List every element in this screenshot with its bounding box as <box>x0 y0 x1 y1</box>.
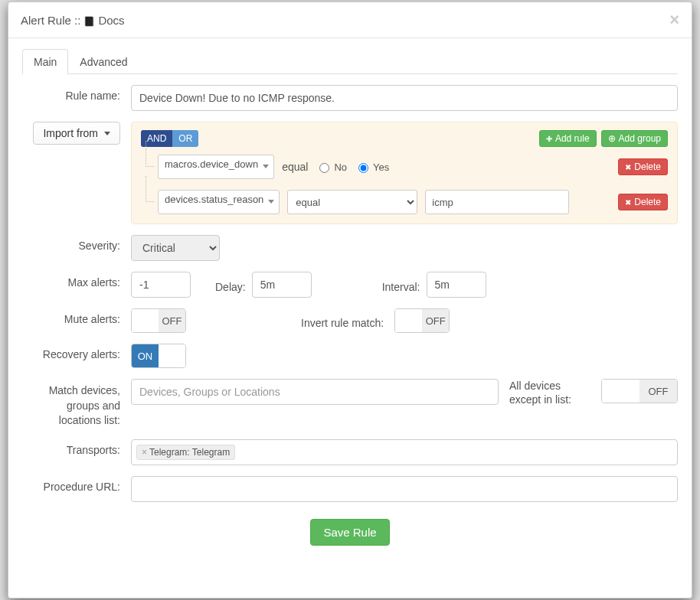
label-match-list: Match devices, groups and locations list… <box>22 379 131 429</box>
label-invert: Invert rule match: <box>301 312 384 329</box>
chevron-down-icon <box>263 165 269 168</box>
import-from-button[interactable]: Import from <box>33 122 120 145</box>
severity-select[interactable]: Critical <box>131 235 220 261</box>
rule1-yes-radio[interactable]: Yes <box>355 161 389 173</box>
docs-link[interactable]: Docs <box>98 14 124 27</box>
rule-row-2: devices.status_reason equal Delete <box>141 190 668 214</box>
invert-toggle[interactable]: OFF <box>394 308 450 333</box>
rule-name-input[interactable] <box>131 85 678 111</box>
interval-input[interactable] <box>427 272 486 298</box>
procedure-url-input[interactable] <box>131 476 678 502</box>
tab-main[interactable]: Main <box>22 49 68 74</box>
modal-title: Alert Rule :: Docs <box>21 14 125 27</box>
modal-header: Alert Rule :: Docs × <box>8 2 692 38</box>
rule2-value-input[interactable] <box>425 190 569 214</box>
except-toggle[interactable]: OFF <box>601 379 678 403</box>
match-list-input[interactable] <box>131 379 499 405</box>
max-alerts-input[interactable] <box>131 272 191 298</box>
close-icon <box>625 161 631 172</box>
rule1-operator: equal <box>282 161 308 173</box>
label-delay: Delay: <box>215 276 246 293</box>
label-except: All devices except in list: <box>509 379 594 406</box>
rule1-delete-button[interactable]: Delete <box>618 158 668 175</box>
book-icon <box>83 14 95 27</box>
transports-input[interactable]: × Telegram: Telegram <box>131 439 678 465</box>
close-icon[interactable]: × <box>142 447 147 458</box>
save-rule-button[interactable]: Save Rule <box>310 519 389 546</box>
rule1-field-select[interactable]: macros.device_down <box>158 155 274 179</box>
add-rule-button[interactable]: Add rule <box>539 130 597 147</box>
label-interval: Interval: <box>382 276 420 293</box>
label-transports: Transports: <box>22 439 131 456</box>
import-from-label: Import from <box>43 127 98 139</box>
rule2-field-select[interactable]: devices.status_reason <box>158 190 280 214</box>
label-severity: Severity: <box>22 235 131 252</box>
tab-advanced[interactable]: Advanced <box>68 49 139 74</box>
rule2-operator-select[interactable]: equal <box>287 190 417 214</box>
delay-input[interactable] <box>252 272 312 298</box>
label-mute-alerts: Mute alerts: <box>22 308 131 325</box>
chevron-down-icon <box>268 200 274 204</box>
recovery-toggle[interactable]: ON <box>131 344 186 368</box>
rule-row-1: macros.device_down equal No Yes <box>141 155 668 179</box>
title-prefix: Alert Rule :: <box>21 14 80 27</box>
chevron-down-icon <box>104 132 110 135</box>
close-icon[interactable]: × <box>669 11 679 28</box>
rule2-delete-button[interactable]: Delete <box>618 194 668 210</box>
label-recovery: Recovery alerts: <box>22 344 131 360</box>
label-procedure-url: Procedure URL: <box>22 476 131 493</box>
label-rule-name: Rule name: <box>22 85 131 102</box>
mute-alerts-toggle[interactable]: OFF <box>131 308 186 333</box>
plus-icon <box>546 133 552 144</box>
close-icon <box>625 197 631 207</box>
add-group-button[interactable]: Add group <box>601 130 668 147</box>
rule1-no-radio[interactable]: No <box>316 161 347 173</box>
plus-circle-icon <box>608 133 616 144</box>
tabs: Main Advanced <box>22 49 678 74</box>
label-max-alerts: Max alerts: <box>22 272 131 289</box>
transport-tag: × Telegram: Telegram <box>136 445 235 460</box>
rule-builder: AND OR Add rule Add group <box>131 122 678 224</box>
or-button[interactable]: OR <box>172 130 198 147</box>
alert-rule-modal: Alert Rule :: Docs × Main Advanced Rule … <box>8 2 692 598</box>
modal-body: Main Advanced Rule name: Import from <box>8 38 692 598</box>
